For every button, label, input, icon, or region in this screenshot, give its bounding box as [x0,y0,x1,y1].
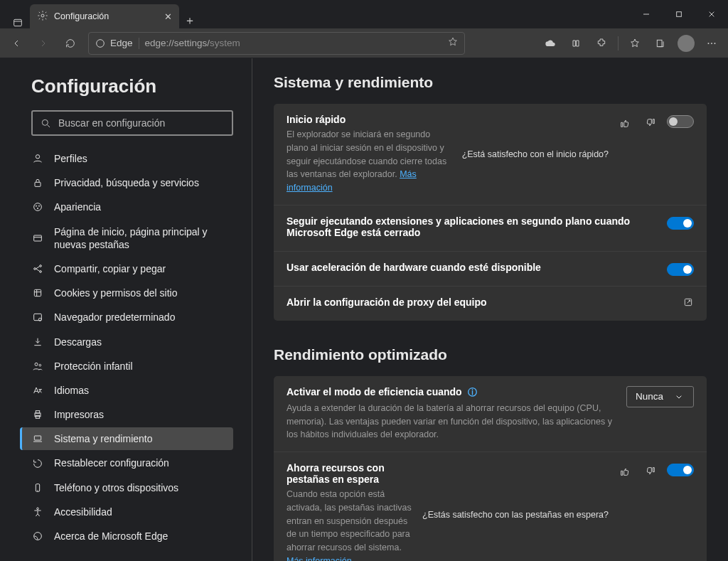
back-button[interactable] [4,31,28,55]
language-icon [31,385,44,396]
immersive-reader-icon[interactable] [564,31,588,55]
svg-point-36 [37,508,39,510]
address-bar[interactable]: Edge edge://settings/system [88,32,465,55]
nav-appearance[interactable]: Apariencia [20,196,233,218]
nav-about[interactable]: Acerca de Microsoft Edge [20,525,233,547]
chevron-down-icon [673,391,685,402]
extensions-icon[interactable] [589,31,614,55]
svg-rect-32 [34,436,41,440]
edge-label: Edge [110,38,133,48]
tab-title: Configuración [54,11,109,21]
nav-reset[interactable]: Restablecer configuración [20,452,233,474]
thumbs-down-button[interactable] [641,462,660,481]
more-menu-button[interactable]: ··· [700,31,724,55]
laptop-icon [31,433,44,444]
toggle-hardware-accel[interactable] [667,263,694,276]
profile-button[interactable] [674,31,698,55]
learn-more-link[interactable]: Más información [287,556,352,561]
nav-startpages[interactable]: Página de inicio, página principal y nue… [20,220,233,256]
paint-icon [31,201,44,213]
svg-point-19 [34,268,36,270]
setting-description: El explorador se iniciará en segundo pla… [287,128,452,195]
settings-content: Sistema y rendimiento Inicio rápido El e… [252,58,728,561]
svg-point-28 [39,364,41,366]
url-text: edge://settings/system [145,38,240,48]
sidebar-title: Configuración [31,75,233,97]
nav-default-browser[interactable]: Navegador predeterminado [20,306,233,328]
settings-page: Configuración Buscar en configuración Pe… [0,58,728,561]
setting-title: Abrir la configuración de proxy del equi… [287,296,673,308]
search-placeholder: Buscar en configuración [58,117,165,129]
settings-sidebar: Configuración Buscar en configuración Pe… [0,58,252,561]
svg-line-10 [48,125,50,127]
nav-label: Impresoras [54,408,104,421]
nav-accessibility[interactable]: Accesibilidad [20,501,233,523]
svg-point-15 [38,205,39,206]
cloud-icon[interactable] [538,31,562,55]
close-window-button[interactable] [695,0,728,28]
setting-title: Inicio rápido [287,114,452,125]
row-startup-boost: Inicio rápido El explorador se iniciará … [274,104,707,205]
tab-actions-menu[interactable] [6,17,30,28]
gear-icon [37,10,48,23]
cookie-icon [31,287,44,299]
search-icon [40,117,51,129]
performance-card: Activar el modo de eficiencia cuando ⓘ A… [274,376,707,561]
collections-icon[interactable] [648,31,673,55]
toggle-sleeping-tabs[interactable] [667,464,694,476]
svg-point-13 [34,203,42,211]
nav-devices[interactable]: Teléfono y otros dispositivos [20,476,233,499]
nav-downloads[interactable]: Descargas [20,331,233,353]
setting-title: Seguir ejecutando extensiones y aplicaci… [287,215,657,238]
efficiency-mode-select[interactable]: Nunca [626,386,694,407]
svg-point-7 [97,39,105,47]
svg-rect-8 [657,40,662,46]
nav-printers[interactable]: Impresoras [20,403,233,426]
row-proxy-settings[interactable]: Abrir la configuración de proxy del equi… [274,287,707,321]
nav-label: Teléfono y otros dispositivos [54,481,178,494]
nav-languages[interactable]: Idiomas [20,379,233,402]
toggle-background-extensions[interactable] [667,217,694,230]
profile-icon [31,153,44,164]
svg-rect-31 [36,415,39,418]
nav-share[interactable]: Compartir, copiar y pegar [20,257,233,280]
settings-search-input[interactable]: Buscar en configuración [31,110,233,136]
thumbs-up-button[interactable] [616,114,634,132]
feedback-question: ¿Está satisfecho con el inicio rápido? [462,149,609,159]
toolbar-actions: ··· [538,31,724,55]
nav-family[interactable]: Protección infantil [20,355,233,378]
setting-title: Usar aceleración de hardware cuando esté… [287,262,657,273]
edge-icon [31,530,44,542]
nav-cookies[interactable]: Cookies y permisos del sitio [20,282,233,304]
thumbs-down-button[interactable] [641,114,660,132]
svg-rect-25 [34,314,42,321]
nav-system[interactable]: Sistema y rendimiento [20,427,233,450]
favorites-icon[interactable] [623,31,647,55]
lock-icon [31,177,44,188]
feedback-question: ¿Estás satisfecho con las pestañas en es… [422,510,609,520]
toggle-startup-boost[interactable] [667,115,694,128]
maximize-button[interactable] [663,0,695,28]
nav-profiles[interactable]: Perfiles [20,147,233,170]
forward-button[interactable] [31,31,55,55]
svg-point-2 [41,14,44,17]
svg-point-11 [36,155,39,159]
site-identity[interactable]: Edge [95,38,139,49]
family-icon [31,360,44,372]
thumbs-up-button[interactable] [616,462,634,481]
svg-point-14 [36,205,36,206]
svg-point-20 [40,265,42,267]
nav-label: Idiomas [54,384,89,397]
new-tab-button[interactable]: ＋ [179,14,200,28]
info-icon[interactable]: ⓘ [468,387,477,397]
favorite-button[interactable] [447,36,459,50]
browser-tab[interactable]: Configuración ✕ [30,4,179,28]
nav-privacy[interactable]: Privacidad, búsqueda y servicios [20,171,233,194]
refresh-button[interactable] [58,31,82,55]
avatar-icon [678,35,695,52]
close-tab-icon[interactable]: ✕ [164,11,172,22]
browser-icon [31,311,44,323]
minimize-button[interactable] [630,0,663,28]
svg-point-27 [35,363,38,365]
svg-point-16 [37,208,38,209]
